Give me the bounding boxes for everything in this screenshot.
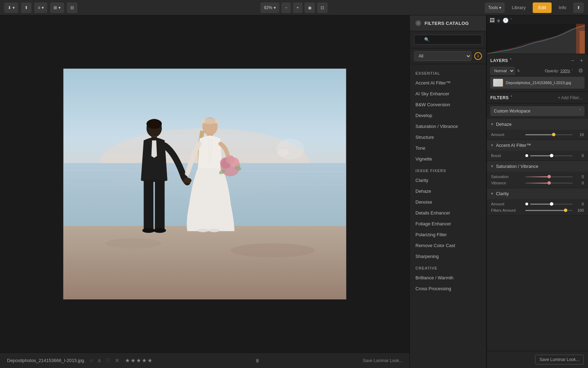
histogram-layers-icon[interactable]: ◈	[497, 18, 500, 23]
layers-chevron[interactable]: ˅	[510, 58, 512, 63]
chevron-up-icon: ∧	[97, 357, 102, 364]
clarity-amount-slider[interactable]	[530, 204, 573, 205]
accent-ai-header[interactable]: ▼ Accent AI Filter™	[487, 140, 588, 151]
dehaze-chevron: ▼	[490, 122, 494, 126]
catalog-item-clarity[interactable]: Clarity	[410, 175, 486, 186]
custom-workspace-button[interactable]: Custom Workspace ˅	[490, 106, 584, 116]
catalog-item-details[interactable]: Details Enhancer	[410, 207, 486, 218]
catalog-item-remove-color[interactable]: Remove Color Cast	[410, 240, 486, 251]
svg-point-18	[201, 119, 205, 123]
catalog-item-sharpening[interactable]: Sharpening	[410, 251, 486, 262]
list-chevron: ▾	[42, 5, 44, 10]
catalog-item-ai-sky[interactable]: AI Sky Enhancer	[410, 88, 486, 99]
share-button[interactable]: ⬆	[573, 2, 584, 13]
catalog-item-cross-processing[interactable]: Cross Processing	[410, 283, 486, 294]
tools-button[interactable]: Tools ▾	[485, 2, 505, 13]
svg-rect-34	[580, 31, 585, 54]
layer-settings-button[interactable]: ⚙	[577, 67, 584, 75]
layer-controls: Normal ⇅ Opacity: 100% ˅ ⚙	[490, 67, 584, 75]
svg-point-7	[105, 238, 161, 249]
catalog-item-tone[interactable]: Tone	[410, 143, 486, 154]
clarity-amount-label: Amount	[491, 202, 523, 206]
info-nav-button[interactable]: Info	[553, 2, 572, 13]
grid-button[interactable]: ⊟	[67, 2, 77, 13]
saturation-header[interactable]: ▼ Saturation / Vibrance	[487, 161, 588, 172]
catalog-item-vignette[interactable]: Vignette	[410, 154, 486, 164]
zoom-out-button[interactable]: −	[281, 2, 291, 13]
accent-ai-body: Boost 0	[487, 151, 588, 161]
catalog-item-dehaze[interactable]: Dehaze	[410, 186, 486, 197]
save-luminar-look-status[interactable]: Save Luminar Look...	[363, 358, 402, 363]
filters-amount-slider[interactable]	[525, 210, 573, 211]
catalog-item-brilliance[interactable]: Brilliance / Warmth	[410, 272, 486, 283]
histogram-history-icon[interactable]: 🕐 ˅	[503, 18, 512, 23]
clarity-dot	[525, 203, 528, 205]
vibrance-row: Vibrance 0	[491, 181, 584, 185]
saturation-slider[interactable]	[525, 176, 573, 177]
filters-title-text: FILTERS	[490, 95, 509, 100]
dehaze-name: Dehaze	[496, 122, 584, 127]
import-button[interactable]: ⬇ ▾	[4, 2, 18, 13]
accent-ai-boost-label: Boost	[491, 154, 523, 158]
layout-button[interactable]: ⊞ ▾	[50, 2, 64, 13]
catalog-item-develop[interactable]: Develop	[410, 110, 486, 121]
dehaze-header[interactable]: ▼ Dehaze	[487, 119, 588, 130]
edit-nav-button[interactable]: Edit	[533, 2, 552, 13]
vibrance-slider[interactable]	[525, 183, 573, 184]
histogram-image-icon[interactable]: 🖼	[490, 18, 495, 23]
filters-amount-value: 100	[575, 208, 584, 212]
save-bar: Save Luminar Look...	[487, 351, 588, 368]
eye-button[interactable]: ◉	[304, 2, 315, 13]
status-filename: Depositphotos_214153666_I-2015.jpg	[7, 358, 84, 363]
star-2[interactable]: ★	[131, 357, 135, 364]
save-luminar-look-button[interactable]: Save Luminar Look...	[535, 355, 584, 364]
layout-chevron: ▾	[58, 5, 61, 10]
blend-mode-select[interactable]: Normal	[490, 67, 515, 75]
trash-icon[interactable]: 🗑	[255, 358, 260, 363]
filters-title[interactable]: FILTERS ˅	[490, 95, 512, 100]
layers-actions: − +	[569, 57, 584, 64]
star-5[interactable]: ★	[147, 357, 152, 364]
opacity-value[interactable]: 100%	[560, 69, 570, 73]
add-filter-button[interactable]: + Add Filter...	[556, 95, 584, 101]
accent-ai-boost-slider[interactable]	[530, 155, 573, 156]
export-button[interactable]: ⬆	[21, 2, 31, 13]
compare-button[interactable]: ⊡	[317, 2, 328, 13]
eye-icon: ◉	[308, 5, 312, 10]
svg-rect-6	[63, 226, 346, 299]
heart-icon[interactable]: ♡	[106, 357, 111, 364]
library-nav-button[interactable]: Library	[506, 2, 531, 13]
catalog-search-input[interactable]	[414, 35, 482, 45]
saturation-chevron: ▼	[490, 164, 494, 168]
layers-plus-button[interactable]: +	[579, 57, 584, 64]
photo-container[interactable]	[0, 15, 410, 353]
layers-minus-button[interactable]: −	[569, 57, 575, 64]
star-1[interactable]: ★	[125, 357, 130, 364]
layer-item[interactable]: Depositphotos_214153666_I-2015.jpg	[490, 77, 584, 89]
catalog-item-polarizing[interactable]: Polarizing Filter	[410, 229, 486, 240]
saturation-slider-thumb	[547, 175, 551, 178]
catalog-filter-select[interactable]: All	[414, 51, 471, 61]
catalog-item-foliage[interactable]: Foliage Enhancer	[410, 218, 486, 229]
clarity-accordion: ▼ Clarity Amount	[487, 188, 588, 216]
svg-point-24	[226, 155, 234, 164]
list-view-button[interactable]: ≡ ▾	[34, 2, 47, 13]
svg-point-14	[142, 228, 155, 233]
catalog-item-structure[interactable]: Structure	[410, 132, 486, 143]
catalog-item-accent-ai[interactable]: Accent AI Filter™	[410, 77, 486, 88]
star-4[interactable]: ★	[142, 357, 147, 364]
zoom-in-button[interactable]: +	[293, 2, 302, 13]
catalog-item-bw[interactable]: B&W Conversion	[410, 99, 486, 110]
clarity-name: Clarity	[496, 191, 584, 196]
catalog-item-denoise[interactable]: Denoise	[410, 197, 486, 207]
clarity-header[interactable]: ▼ Clarity	[487, 188, 588, 199]
filters-section-header: FILTERS ˅ + Add Filter...	[487, 92, 588, 103]
dehaze-amount-slider[interactable]	[525, 134, 573, 135]
catalog-item-saturation[interactable]: Saturation / Vibrance	[410, 121, 486, 132]
star-3[interactable]: ★	[136, 357, 141, 364]
top-right-nav: Tools ▾ Library Edit Info ⬆	[485, 2, 584, 13]
catalog-close-button[interactable]: ✕	[415, 20, 421, 26]
catalog-info-button[interactable]: i	[474, 52, 482, 60]
clarity-slider-thumb	[550, 202, 553, 206]
status-stars[interactable]: ★ ★ ★ ★ ★	[125, 357, 152, 364]
